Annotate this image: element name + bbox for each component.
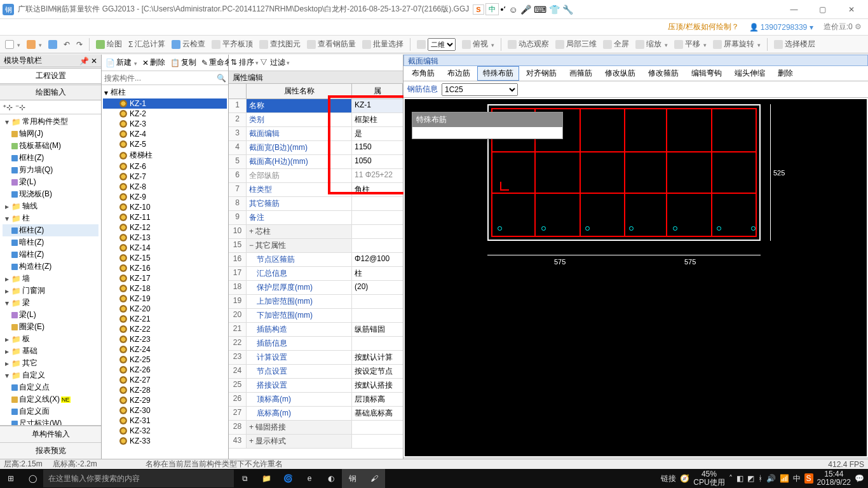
rebar-info-select[interactable]: 1C25 xyxy=(442,83,518,96)
section-tab[interactable]: 特殊布筋 xyxy=(477,66,519,81)
batch-select-button[interactable]: 批量选择 xyxy=(360,37,406,51)
property-row[interactable]: 24 节点设置按设定节点 xyxy=(229,365,403,379)
new-file-button[interactable] xyxy=(3,39,23,50)
section-canvas[interactable]: 525 575 575 xyxy=(405,99,867,456)
component-item[interactable]: KZ-24 xyxy=(103,344,227,355)
component-item[interactable]: KZ-23 xyxy=(103,334,227,344)
local-3d-button[interactable]: 局部三维 xyxy=(553,37,599,51)
component-item[interactable]: KZ-33 xyxy=(103,436,227,446)
sum-button[interactable]: Σ 汇总计算 xyxy=(126,37,168,51)
component-item[interactable]: KZ-9 xyxy=(103,192,227,202)
section-tab[interactable]: 修改箍筋 xyxy=(642,66,684,81)
popup-option[interactable]: 特殊布筋 xyxy=(412,112,562,127)
nav-bottom-report[interactable]: 报表预览 xyxy=(0,442,101,459)
component-item[interactable]: KZ-4 xyxy=(103,129,227,139)
nav-group-project[interactable]: 工程设置 xyxy=(0,68,101,84)
maximize-button[interactable]: ▢ xyxy=(808,1,837,18)
property-row[interactable]: 22 插筋信息 xyxy=(229,337,403,351)
property-row[interactable]: 18 保护层厚度(mm)(20) xyxy=(229,281,403,295)
edge-icon[interactable]: e xyxy=(299,469,320,488)
component-tree[interactable]: ▾框柱 KZ-1KZ-2KZ-3KZ-4KZ-5楼梯柱KZ-6KZ-7KZ-8K… xyxy=(102,85,228,459)
property-row[interactable]: 43+显示样式 xyxy=(229,435,403,449)
property-row[interactable]: 19 上加密范围(mm) xyxy=(229,295,403,309)
minimize-button[interactable]: — xyxy=(780,1,808,18)
find-view-button[interactable]: 查找图元 xyxy=(257,37,303,51)
property-row[interactable]: 17 汇总信息柱 xyxy=(229,267,403,281)
property-row[interactable]: 28+锚固搭接 xyxy=(229,421,403,435)
tray-sogou-icon[interactable]: S xyxy=(804,473,813,484)
taskview-icon[interactable]: ⧉ xyxy=(234,469,255,488)
new-button[interactable]: 📄新建 xyxy=(104,57,139,69)
component-item[interactable]: KZ-20 xyxy=(103,304,227,314)
search-input[interactable] xyxy=(102,72,217,84)
component-item[interactable]: KZ-21 xyxy=(103,314,227,324)
property-row[interactable]: 5截面高(H边)(mm)1050 xyxy=(229,155,403,169)
taskbar-search[interactable]: 在这里输入你要搜索的内容 xyxy=(43,470,234,487)
property-row[interactable]: 9备注 xyxy=(229,211,403,225)
property-row[interactable]: 2类别框架柱 xyxy=(229,113,403,127)
tray-link[interactable]: 链接 xyxy=(661,473,676,484)
property-row[interactable]: 27 底标高(m)基础底标高 xyxy=(229,407,403,421)
component-item[interactable]: KZ-26 xyxy=(103,365,227,375)
component-item[interactable]: KZ-29 xyxy=(103,395,227,405)
component-item[interactable]: KZ-15 xyxy=(103,253,227,263)
zoom-button[interactable]: 缩放 xyxy=(633,37,670,51)
filter-button[interactable]: ▽ 过滤 xyxy=(260,57,289,68)
copy-button[interactable]: 📋复制 xyxy=(168,57,198,69)
help-link[interactable]: 压顶/栏板如何绘制？ xyxy=(668,22,738,32)
property-row[interactable]: 16 节点区箍筋Φ12@100 xyxy=(229,253,403,267)
collapse-icon[interactable]: ⁻⊹ xyxy=(15,103,25,112)
nav-bottom-single[interactable]: 单构件输入 xyxy=(0,426,101,442)
app-icon-paint[interactable]: 🖌 xyxy=(363,469,385,488)
save-button[interactable] xyxy=(46,39,60,50)
component-item[interactable]: KZ-32 xyxy=(103,426,227,436)
section-tab[interactable]: 端头伸缩 xyxy=(729,66,771,81)
gear-icon[interactable]: ⚙ xyxy=(855,22,862,31)
component-item[interactable]: KZ-16 xyxy=(103,263,227,273)
flat-top-button[interactable]: 平齐板顶 xyxy=(209,37,255,51)
sort-button[interactable]: ⇅ 排序 xyxy=(231,57,259,68)
property-row[interactable]: 25 搭接设置按默认搭接 xyxy=(229,379,403,393)
property-row[interactable]: 8其它箍筋 xyxy=(229,197,403,211)
autocomplete-popup[interactable]: 特殊布筋 xyxy=(412,112,563,139)
cloud-check-button[interactable]: 云检查 xyxy=(169,37,208,51)
section-tab[interactable]: 删除 xyxy=(772,66,799,81)
property-row[interactable]: 26 顶标高(m)层顶标高 xyxy=(229,393,403,407)
tray-notifications-icon[interactable]: 💬 xyxy=(855,474,864,483)
tray-net-icon[interactable]: 🧭 xyxy=(680,474,689,483)
property-row[interactable]: 7柱类型角柱 xyxy=(229,183,403,197)
component-item[interactable]: KZ-25 xyxy=(103,355,227,365)
app-icon-2[interactable]: 🌀 xyxy=(277,469,299,488)
tray-up-icon[interactable]: ˄ xyxy=(729,474,733,483)
rotate-button[interactable]: 屏幕旋转 xyxy=(710,37,763,51)
component-item[interactable]: KZ-22 xyxy=(103,324,227,334)
view-rebar-button[interactable]: 查看钢筋量 xyxy=(304,37,358,51)
component-item[interactable]: KZ-18 xyxy=(103,283,227,294)
tray-app-icon[interactable]: ◧ xyxy=(736,474,743,483)
delete-button[interactable]: ✕删除 xyxy=(140,57,167,69)
select-floor-button[interactable]: 选择楼层 xyxy=(771,37,818,51)
popup-option-empty[interactable] xyxy=(412,127,562,139)
undo-button[interactable]: ↶ xyxy=(61,39,72,50)
tray-clock[interactable]: 15:442018/9/22 xyxy=(817,470,851,487)
nav-tree[interactable]: ▾📁常用构件类型 轴网(J) 筏板基础(M) 框柱(Z) 剪力墙(Q) 梁(L)… xyxy=(0,114,101,425)
component-item[interactable]: KZ-2 xyxy=(103,109,227,119)
nav-pin-icon[interactable]: 📌 ✕ xyxy=(79,57,97,65)
property-row[interactable]: 21 插筋构造纵筋锚固 xyxy=(229,323,403,337)
component-item[interactable]: KZ-19 xyxy=(103,294,227,304)
dynamic-view-button[interactable]: 动态观察 xyxy=(505,37,552,51)
component-item[interactable]: KZ-10 xyxy=(103,202,227,212)
component-item[interactable]: KZ-31 xyxy=(103,416,227,426)
account-label[interactable]: 👤 13907298339 ▾ xyxy=(749,23,813,32)
section-tab[interactable]: 编辑弯钩 xyxy=(686,66,728,81)
expand-icon[interactable]: ⁺⊹ xyxy=(3,103,13,112)
component-item[interactable]: KZ-17 xyxy=(103,273,227,283)
app-icon-1[interactable]: 📁 xyxy=(255,469,277,488)
component-item[interactable]: KZ-30 xyxy=(103,405,227,416)
search-icon[interactable]: 🔍 xyxy=(217,74,228,83)
draw-button[interactable]: 绘图 xyxy=(93,37,125,51)
section-tab[interactable]: 布角筋 xyxy=(406,66,440,81)
fullscreen-button[interactable]: 全屏 xyxy=(600,37,632,51)
property-row[interactable]: 1名称KZ-1 xyxy=(229,99,403,113)
component-item[interactable]: KZ-5 xyxy=(103,139,227,149)
